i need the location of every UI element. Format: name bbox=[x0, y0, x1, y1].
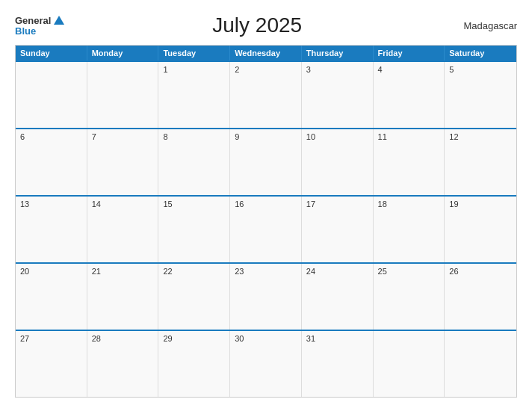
calendar: Sunday Monday Tuesday Wednesday Thursday… bbox=[15, 45, 517, 398]
country-label: Madagascar bbox=[450, 20, 517, 31]
day-cell-w2-d2: 7 bbox=[87, 129, 159, 195]
header-tuesday: Tuesday bbox=[158, 46, 230, 61]
day-number: 3 bbox=[306, 65, 368, 74]
day-cell-w1-d2 bbox=[87, 62, 159, 128]
day-number: 17 bbox=[306, 200, 368, 208]
day-number: 2 bbox=[235, 65, 297, 74]
day-number: 15 bbox=[163, 200, 225, 208]
logo-triangle-icon bbox=[54, 16, 64, 25]
week-row-2: 6789101112 bbox=[16, 128, 516, 195]
week-row-4: 20212223242526 bbox=[16, 262, 516, 330]
day-cell-w5-d3: 29 bbox=[158, 331, 230, 397]
header-saturday: Saturday bbox=[445, 46, 516, 61]
day-cell-w3-d6: 18 bbox=[374, 197, 445, 262]
day-cell-w5-d6 bbox=[374, 331, 445, 397]
week-row-3: 13141516171819 bbox=[16, 195, 516, 262]
day-number: 21 bbox=[92, 267, 154, 276]
day-cell-w1-d7: 5 bbox=[445, 62, 516, 128]
week-row-5: 2728293031 bbox=[16, 330, 516, 397]
day-cell-w2-d4: 9 bbox=[230, 129, 302, 195]
day-cell-w4-d7: 26 bbox=[445, 264, 516, 330]
day-cell-w3-d7: 19 bbox=[445, 197, 516, 262]
header-monday: Monday bbox=[87, 46, 159, 61]
day-number: 20 bbox=[20, 267, 82, 276]
day-cell-w1-d3: 1 bbox=[158, 62, 230, 128]
day-cell-w2-d5: 10 bbox=[302, 129, 374, 195]
day-cell-w1-d6: 4 bbox=[374, 62, 445, 128]
day-number: 10 bbox=[306, 132, 368, 141]
day-cell-w5-d7 bbox=[445, 331, 516, 397]
day-cell-w2-d3: 8 bbox=[158, 129, 230, 195]
day-number: 8 bbox=[163, 132, 225, 141]
day-cell-w4-d3: 22 bbox=[158, 264, 230, 330]
day-number: 26 bbox=[449, 267, 512, 276]
day-number: 24 bbox=[306, 267, 368, 276]
day-number: 29 bbox=[163, 334, 225, 343]
logo-general-text: General bbox=[15, 16, 51, 25]
day-cell-w2-d1: 6 bbox=[16, 129, 87, 195]
day-cell-w1-d4: 2 bbox=[230, 62, 302, 128]
weeks-container: 1234567891011121314151617181920212223242… bbox=[16, 61, 516, 397]
header-sunday: Sunday bbox=[16, 46, 87, 61]
day-cell-w4-d5: 24 bbox=[302, 264, 374, 330]
day-number: 19 bbox=[449, 200, 512, 208]
day-cell-w3-d2: 14 bbox=[87, 197, 159, 262]
day-number: 12 bbox=[449, 132, 512, 141]
day-number: 7 bbox=[92, 132, 154, 141]
day-cell-w4-d4: 23 bbox=[230, 264, 302, 330]
day-number: 1 bbox=[163, 65, 225, 74]
day-cell-w3-d5: 17 bbox=[302, 197, 374, 262]
calendar-header: General Blue July 2025 Madagascar bbox=[15, 13, 517, 37]
day-number: 5 bbox=[449, 65, 512, 74]
day-number: 25 bbox=[378, 267, 440, 276]
day-cell-w3-d4: 16 bbox=[230, 197, 302, 262]
day-cell-w3-d1: 13 bbox=[16, 197, 87, 262]
day-cell-w2-d6: 11 bbox=[374, 129, 445, 195]
day-number: 27 bbox=[20, 334, 82, 343]
day-cell-w5-d2: 28 bbox=[87, 331, 159, 397]
day-number: 14 bbox=[92, 200, 154, 208]
month-title: July 2025 bbox=[64, 13, 450, 37]
day-cell-w4-d1: 20 bbox=[16, 264, 87, 330]
day-cell-w2-d7: 12 bbox=[445, 129, 516, 195]
day-headers-row: Sunday Monday Tuesday Wednesday Thursday… bbox=[16, 46, 516, 61]
day-cell-w3-d3: 15 bbox=[158, 197, 230, 262]
day-number: 6 bbox=[20, 132, 82, 141]
day-number: 28 bbox=[92, 334, 154, 343]
day-cell-w5-d5: 31 bbox=[302, 331, 374, 397]
day-number: 30 bbox=[235, 334, 297, 343]
header-wednesday: Wednesday bbox=[230, 46, 302, 61]
header-thursday: Thursday bbox=[302, 46, 374, 61]
day-number: 4 bbox=[378, 65, 440, 74]
day-number: 18 bbox=[378, 200, 440, 208]
day-cell-w5-d1: 27 bbox=[16, 331, 87, 397]
day-number: 11 bbox=[378, 132, 440, 141]
logo-blue-text: Blue bbox=[15, 26, 36, 36]
day-number: 23 bbox=[235, 267, 297, 276]
day-cell-w4-d2: 21 bbox=[87, 264, 159, 330]
day-number: 9 bbox=[235, 132, 297, 141]
day-cell-w4-d6: 25 bbox=[374, 264, 445, 330]
day-cell-w5-d4: 30 bbox=[230, 331, 302, 397]
day-cell-w1-d1 bbox=[16, 62, 87, 128]
day-number: 16 bbox=[235, 200, 297, 208]
day-number: 13 bbox=[20, 200, 82, 208]
day-number: 31 bbox=[306, 334, 368, 343]
logo: General Blue bbox=[15, 16, 64, 36]
day-cell-w1-d5: 3 bbox=[302, 62, 374, 128]
week-row-1: 12345 bbox=[16, 61, 516, 128]
day-number: 22 bbox=[163, 267, 225, 276]
header-friday: Friday bbox=[374, 46, 445, 61]
